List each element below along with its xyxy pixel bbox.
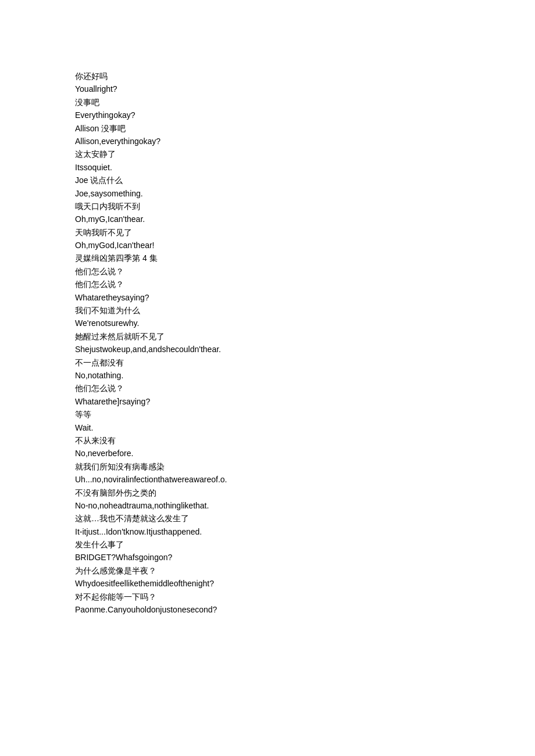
subtitle-chinese-1: 你还好吗 (75, 70, 460, 83)
subtitle-english-20: Whydoesitfeellikethemiddleofthenight? (75, 577, 460, 590)
subtitle-english-5: Joe,saysomething. (75, 187, 460, 200)
subtitle-chinese-13: 他们怎么说？ (75, 382, 460, 395)
subtitle-english-6: Oh,myG,Ican'thear. (75, 213, 460, 225)
subtitle-chinese-2: 没事吧 (75, 96, 460, 109)
subtitle-english-11: Shejustwokeup,and,andshecouldn'thear. (75, 343, 460, 356)
subtitle-chinese-8b: 他们怎么说？ (75, 265, 460, 278)
subtitle-container: 你还好吗Youallright?没事吧Everythingokay?Alliso… (75, 70, 460, 616)
subtitle-chinese-6: 哦天口内我听不到 (75, 200, 460, 213)
subtitle-chinese-5: Joe 说点什么 (75, 174, 460, 187)
subtitle-chinese-11: 她醒过来然后就听不见了 (75, 330, 460, 343)
subtitle-english-21: Paonme.Canyouholdonjustonesecond? (75, 603, 460, 616)
subtitle-chinese-9: 他们怎么说？ (75, 278, 460, 291)
subtitle-english-7: Oh,myGod,Ican'thear! (75, 239, 460, 252)
subtitle-chinese-20: 为什么感觉像是半夜？ (75, 564, 460, 577)
subtitle-english-16: Uh...no,noviralinfectionthatwereawareof.… (75, 473, 460, 486)
subtitle-chinese-7: 天呐我听不见了 (75, 226, 460, 239)
subtitle-english-17: No-no,noheadtrauma,nothinglikethat. (75, 499, 460, 512)
subtitle-english-3: Allison,everythingokay? (75, 135, 460, 148)
subtitle-english-15: No,neverbefore. (75, 447, 460, 460)
subtitle-english-9: Whataretheysaying? (75, 291, 460, 304)
subtitle-english-1: Youallright? (75, 83, 460, 95)
subtitle-english-14: Wait. (75, 421, 460, 434)
subtitle-chinese-17: 不没有脑部外伤之类的 (75, 486, 460, 499)
subtitle-chinese-8: 灵媒缉凶第四季第 4 集 (75, 252, 460, 264)
subtitle-chinese-14: 等等 (75, 408, 460, 421)
subtitle-chinese-4: 这太安静了 (75, 148, 460, 160)
subtitle-english-4: Itssoquiet. (75, 161, 460, 174)
subtitle-english-18: It-itjust...Idon'tknow.Itjusthappened. (75, 525, 460, 538)
subtitle-english-19: BRIDGET?Whafsgoingon? (75, 551, 460, 564)
subtitle-chinese-19: 发生什么事了 (75, 538, 460, 551)
subtitle-chinese-15: 不从来没有 (75, 434, 460, 447)
subtitle-english-13: Whatarethe]rsaying? (75, 395, 460, 408)
subtitle-chinese-10: 我们不知道为什么 (75, 304, 460, 317)
subtitle-chinese-18: 这就…我也不清楚就这么发生了 (75, 512, 460, 525)
subtitle-english-2: Everythingokay? (75, 109, 460, 121)
subtitle-chinese-12: 不一点都没有 (75, 356, 460, 369)
subtitle-chinese-21: 对不起你能等一下吗？ (75, 590, 460, 603)
subtitle-english-10: We'renotsurewhy. (75, 317, 460, 329)
subtitle-english-12: No,notathing. (75, 369, 460, 382)
subtitle-chinese-3: Allison 没事吧 (75, 122, 460, 135)
subtitle-chinese-16: 就我们所知没有病毒感染 (75, 460, 460, 473)
